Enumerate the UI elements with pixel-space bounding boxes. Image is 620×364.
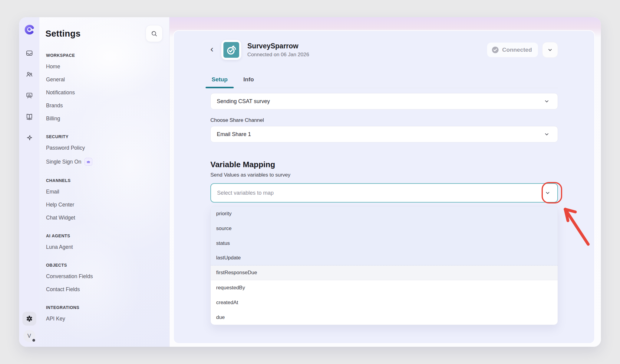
inbox-icon[interactable]	[25, 49, 33, 57]
sidebar-item-contact-fields[interactable]: Contact Fields	[46, 283, 162, 296]
nav-section-channels: CHANNELS	[46, 178, 162, 183]
settings-gear-icon[interactable]	[22, 312, 36, 326]
search-button[interactable]	[146, 25, 163, 42]
back-button[interactable]: ‹	[210, 44, 217, 55]
sidebar-item-password-policy[interactable]: Password Policy	[46, 141, 162, 154]
sidebar-item-luna-agent[interactable]: Luna Agent	[46, 241, 162, 254]
sidebar-item-email[interactable]: Email	[46, 185, 162, 198]
chevron-down-icon	[544, 131, 550, 137]
tab-setup[interactable]: Setup	[210, 76, 229, 88]
integration-card: ‹ SurveySparrow Connected on 06 Jan 2026	[173, 30, 595, 344]
sidebar-item-api-key[interactable]: API Key	[46, 312, 162, 325]
tab-bar: Setup Info	[210, 76, 558, 88]
dropdown-option[interactable]: source	[211, 221, 558, 236]
user-avatar[interactable]: V	[23, 330, 35, 342]
search-icon	[150, 30, 158, 37]
avatar-initial: V	[27, 333, 31, 339]
dropdown-option[interactable]: priority	[211, 206, 558, 221]
connected-date: Connected on 06 Jan 2026	[247, 52, 309, 58]
sidebar-item-brands[interactable]: Brands	[46, 99, 162, 112]
survey-select-value: Sending CSAT survey	[217, 98, 270, 105]
surveysparrow-logo-icon	[221, 40, 241, 60]
variable-mapping-subtitle: Send Values as variables to survey	[210, 172, 558, 178]
variables-dropdown: priority source status lastUpdate firstR…	[210, 206, 558, 325]
status-dot	[32, 338, 36, 342]
spark-icon[interactable]	[25, 134, 33, 142]
status-menu-button[interactable]	[542, 42, 558, 58]
share-channel-label: Choose Share Channel	[210, 117, 558, 123]
nav-section-integrations: INTEGRATIONS	[46, 305, 162, 310]
sidebar-item-help-center[interactable]: Help Center	[46, 198, 162, 211]
dropdown-option[interactable]: status	[211, 236, 558, 251]
settings-sidebar: Settings WORKSPACE Home General Notifica…	[39, 17, 170, 347]
sidebar-item-home[interactable]: Home	[46, 60, 162, 73]
tab-info[interactable]: Info	[242, 76, 255, 88]
variables-input[interactable]	[210, 183, 558, 203]
dropdown-option-highlighted[interactable]: firstResponseDue	[211, 265, 558, 280]
sidebar-item-notifications[interactable]: Notifications	[46, 86, 162, 99]
sidebar-item-single-sign-on[interactable]: Single Sign On	[46, 154, 162, 169]
sidebar-item-general[interactable]: General	[46, 73, 162, 86]
dropdown-option[interactable]: lastUpdate	[211, 251, 558, 265]
sidebar-item-chat-widget[interactable]: Chat Widget	[46, 211, 162, 224]
knowledge-base-icon[interactable]	[25, 113, 33, 121]
survey-select[interactable]: Sending CSAT survey	[210, 93, 558, 109]
annotation-arrow	[561, 205, 597, 250]
nav-section-ai-agents: AI AGENTS	[46, 233, 162, 238]
reports-icon[interactable]	[25, 92, 33, 99]
sidebar-item-conversation-fields[interactable]: Conversation Fields	[46, 270, 162, 283]
nav-section-security: SECURITY	[46, 134, 162, 139]
main-area: ‹ SurveySparrow Connected on 06 Jan 2026	[170, 17, 601, 347]
brand-logo-icon[interactable]	[23, 23, 35, 35]
integration-title: SurveySparrow	[247, 42, 309, 50]
dropdown-option[interactable]: due	[211, 310, 558, 325]
share-channel-select[interactable]: Email Share 1	[210, 126, 558, 142]
variables-select-wrap	[210, 183, 558, 203]
dropdown-option[interactable]: createdAt	[211, 295, 558, 310]
sidebar-item-billing[interactable]: Billing	[46, 112, 162, 125]
chevron-down-icon	[547, 47, 553, 53]
contacts-icon[interactable]	[25, 70, 33, 78]
variable-mapping-title: Variable Mapping	[210, 160, 558, 169]
app-window: V Settings WORKSPACE Home General Notifi…	[19, 17, 601, 347]
chevron-down-icon	[544, 98, 550, 104]
status-badge: Connected	[487, 43, 538, 57]
premium-crown-icon	[84, 158, 92, 166]
settings-nav: WORKSPACE Home General Notifications Bra…	[39, 53, 169, 325]
check-circle-icon	[491, 46, 499, 54]
nav-section-workspace: WORKSPACE	[46, 53, 162, 58]
share-channel-value: Email Share 1	[217, 131, 251, 138]
page-title: Settings	[45, 29, 81, 39]
dropdown-option[interactable]: requestedBy	[211, 280, 558, 295]
icon-rail: V	[19, 17, 39, 347]
nav-section-objects: OBJECTS	[46, 263, 162, 268]
